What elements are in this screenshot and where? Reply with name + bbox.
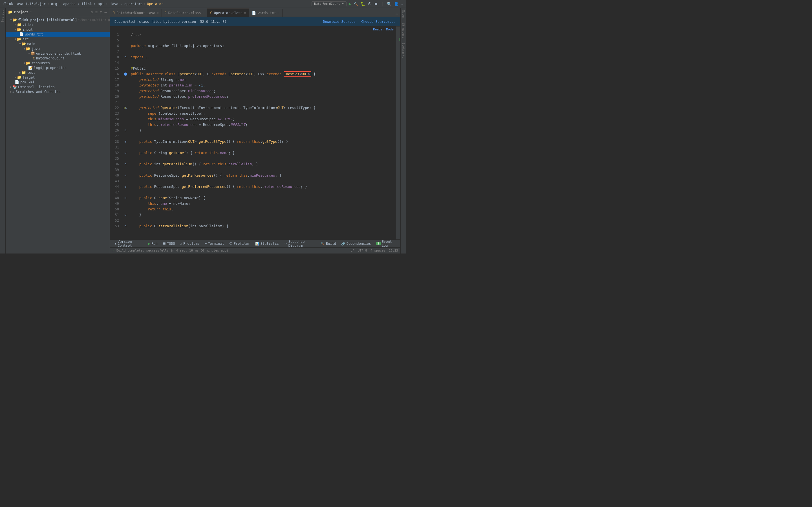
right-scroll-gutter[interactable] [396, 26, 400, 239]
status-time: 16:23 [389, 249, 398, 252]
locate-btn[interactable]: ⊕ [90, 9, 93, 15]
fold-icon-53[interactable]: ⊟ [124, 223, 126, 229]
code-line-36: 36 ⊟ public int getParallelism() { retur… [110, 161, 396, 167]
tree-words-txt[interactable]: 📄 words.txt [6, 32, 110, 37]
close-tab-bwc[interactable]: ✕ [157, 11, 159, 14]
build-btn[interactable]: 🔨 [354, 2, 358, 6]
close-tab-op[interactable]: ✕ [244, 11, 246, 14]
download-sources-link[interactable]: Download Sources [323, 20, 356, 24]
file-tree: ▼ 📂 flink project [FlinkTutorial] ~/Desk… [6, 16, 110, 253]
fold-icon-32[interactable]: ⊟ [124, 150, 126, 156]
fold-icon-36[interactable]: ⊟ [124, 161, 126, 167]
chevron-down-java: ▼ [24, 47, 26, 50]
status-spaces[interactable]: 4 spaces [370, 249, 386, 252]
main-label: main [27, 42, 35, 46]
tree-batchwordcount[interactable]: C BatchWordCount [6, 56, 110, 61]
maven-tab[interactable]: Maven [401, 8, 405, 21]
editor-scroll[interactable]: Reader Mode 1 /.../ 5 [110, 26, 396, 239]
fold-icon-40[interactable]: ⊟ [124, 173, 126, 178]
debug-btn[interactable]: 🐛 [361, 2, 365, 6]
user-btn[interactable]: 👤 [394, 2, 399, 6]
code-line-40: 40 ⊟ public ResourceSpec getMinResources… [110, 173, 396, 178]
fold-close-26[interactable]: ⊟ [124, 128, 126, 133]
event-log-btn[interactable]: 2 Event Log [374, 239, 398, 248]
tree-main[interactable]: ▼ 📂 main [6, 41, 110, 46]
profile-btn[interactable]: ⏱ [368, 2, 371, 6]
statistic-btn[interactable]: 📊 Statistic [253, 241, 281, 246]
pom-label: pom.xml [20, 80, 35, 84]
todo-icon: ☰ [163, 242, 166, 245]
code-line-14: 14 [110, 60, 396, 66]
more-btn[interactable]: ⋯ [401, 2, 403, 6]
tab-words-label: words.txt [258, 11, 276, 15]
gutter-icon-16: ⬤ [124, 71, 127, 77]
fold-icon-48[interactable]: ⊟ [124, 195, 126, 201]
tree-root[interactable]: ▼ 📂 flink project [FlinkTutorial] ~/Desk… [6, 17, 110, 22]
tab-batchwordcount[interactable]: J BatchWordCount.java ✕ [110, 9, 162, 17]
close-panel-btn[interactable]: — [104, 9, 107, 15]
tree-ext-libs[interactable]: ▶ 📚 External Libraries [6, 84, 110, 89]
tree-pom[interactable]: 📄 pom.xml [6, 80, 110, 84]
fold-icon-8[interactable]: ⊟ [124, 54, 126, 60]
tree-target[interactable]: ▶ 📁 target [6, 75, 110, 80]
close-tab-ds[interactable]: ✕ [202, 11, 204, 14]
fold-close-51[interactable]: ⊟ [124, 212, 126, 218]
folder-idea-icon: 📁 [17, 22, 21, 27]
reader-mode-btn[interactable]: Reader Mode [373, 27, 394, 31]
profiler-btn[interactable]: ⏱ Profiler [227, 241, 252, 246]
statistic-icon: 📊 [255, 242, 259, 245]
tree-test[interactable]: ▶ 📁 test [6, 70, 110, 75]
tab-datasource[interactable]: C DataSource.class ✕ [162, 9, 207, 17]
terminal-btn[interactable]: ➜ Terminal [202, 241, 226, 246]
run-icon: ▶ [148, 242, 150, 245]
root-label: flink project [FlinkTutorial] [18, 18, 77, 22]
stop-btn[interactable]: ⏹ [374, 2, 378, 6]
input-label: input [22, 27, 33, 32]
dependencies-btn[interactable]: 🔗 Dependencies [339, 241, 373, 246]
run-config[interactable]: BatchWordCount ▾ [312, 1, 347, 6]
tree-package[interactable]: ▼ 📦 online.chenyunde.flink [6, 51, 110, 56]
fold-icon-44[interactable]: ⊟ [124, 184, 126, 189]
tree-resources[interactable]: ▼ 📂 resources [6, 61, 110, 65]
jar-name: flink-java-1.13.0.jar [3, 2, 46, 6]
bookmarks-tab[interactable]: Bookmarks [401, 41, 405, 60]
run-btn[interactable]: ▶ Run [146, 241, 160, 246]
build-btn2[interactable]: 🔨 Build [318, 241, 338, 246]
choose-sources-link[interactable]: Choose Sources... [361, 20, 396, 24]
tree-log4j[interactable]: 📝 log4j.properties [6, 65, 110, 70]
log4j-label: log4j.properties [34, 66, 66, 70]
dropdown-icon[interactable]: ▾ [30, 10, 32, 13]
tree-idea[interactable]: ▶ 📁 .idea [6, 22, 110, 27]
status-lf[interactable]: LF [351, 249, 354, 252]
version-control-btn[interactable]: ⬆ Version Control [112, 239, 146, 248]
collapse-btn[interactable]: ≡ [95, 9, 98, 15]
tree-scratches[interactable]: ▶ ✏ Scratches and Consoles [6, 89, 110, 94]
title-class: Operator [147, 2, 163, 6]
vc-icon: ⬆ [114, 242, 116, 245]
structure-tab[interactable]: Structure [401, 21, 405, 41]
tab-operator[interactable]: C Operator.class ✕ [207, 9, 249, 17]
txt-tab-icon: 📄 [252, 11, 256, 15]
fold-icon-28[interactable]: ⊟ [124, 139, 126, 145]
search-btn[interactable]: 🔍 [387, 2, 392, 6]
left-tab-project[interactable]: Project [1, 8, 5, 24]
settings-btn[interactable]: ⚙ [99, 9, 103, 15]
tab-words[interactable]: 📄 words.txt ✕ [249, 9, 283, 17]
right-sidebar: Maven Structure Bookmarks [400, 8, 406, 253]
problems-btn[interactable]: ⚠ Problems [178, 241, 202, 246]
close-tab-words[interactable]: ✕ [278, 11, 280, 14]
tree-src[interactable]: ▼ 📂 src [6, 37, 110, 41]
run-btn[interactable]: ▶ [349, 1, 352, 6]
sequence-diagram-btn[interactable]: 〰 Sequence Diagram [282, 239, 318, 248]
fold-icon-22[interactable]: ⊟ [125, 105, 127, 111]
tab-more-btn[interactable]: ⋯ [393, 11, 400, 17]
statistic-label: Statistic [260, 242, 279, 245]
todo-label: TODO [167, 242, 175, 245]
event-log-area: 2 Event Log [374, 239, 398, 248]
chevron-right-test: ▶ [19, 71, 21, 74]
tab-batchwordcount-label: BatchWordCount.java [116, 11, 155, 15]
tree-input[interactable]: ▼ 📂 input [6, 27, 110, 32]
status-charset[interactable]: UTF-8 [358, 249, 367, 252]
tree-java[interactable]: ▼ 📂 java [6, 46, 110, 51]
todo-btn[interactable]: ☰ TODO [160, 241, 177, 246]
